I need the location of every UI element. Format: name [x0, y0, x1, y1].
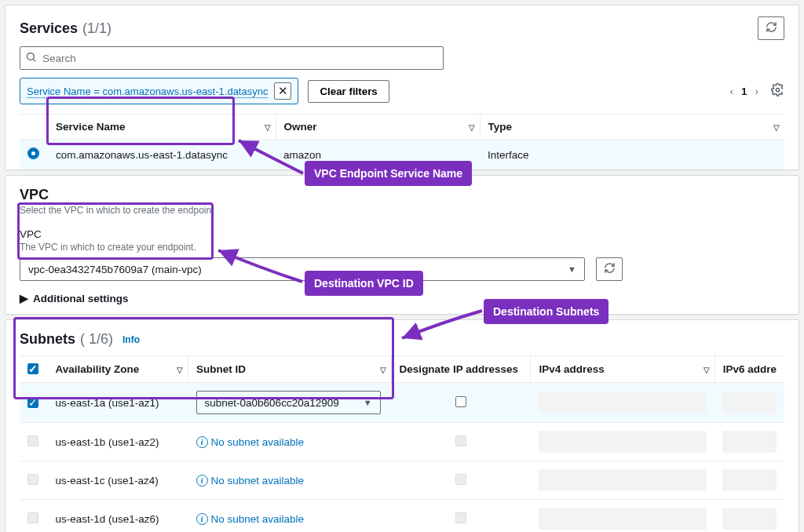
row-checkbox [27, 435, 38, 446]
services-panel: Services (1/1) Service Name = com.amazon… [5, 5, 799, 170]
subnets-title: Subnets ( 1/6) Info [20, 331, 784, 348]
subnet-select[interactable]: subnet-0a0b606cc20a12909▼ [196, 391, 381, 414]
info-icon: i [196, 475, 208, 486]
services-count: (1/1) [82, 20, 111, 37]
annotation-label-subnets: Destination Subnets [484, 299, 608, 324]
services-title: Services (1/1) [20, 20, 111, 37]
cell-subnet: iNo subnet available [188, 500, 392, 533]
subnets-count: ( 1/6) [80, 331, 113, 348]
ipv4-cell [539, 508, 707, 530]
sort-icon[interactable]: ▽ [380, 365, 386, 373]
subnet-row[interactable]: us-east-1d (use1-az6)iNo subnet availabl… [20, 500, 784, 533]
col-designate-ip[interactable]: Designate IP addresses [400, 363, 518, 375]
cell-type: Interface [480, 140, 784, 170]
search-input[interactable] [20, 46, 444, 70]
svg-point-0 [27, 53, 35, 60]
refresh-icon [604, 262, 616, 276]
designate-ip-checkbox[interactable] [455, 396, 466, 407]
no-subnet-label: iNo subnet available [196, 475, 305, 486]
col-type[interactable]: Type [488, 121, 513, 133]
row-checkbox [27, 512, 38, 523]
select-all-checkbox[interactable]: ✓ [27, 363, 38, 374]
cell-az: us-east-1b (use1-az2) [47, 423, 188, 461]
designate-ip-checkbox [455, 512, 466, 523]
col-service-name[interactable]: Service Name [56, 121, 126, 133]
search-wrap [20, 46, 444, 70]
no-subnet-label: iNo subnet available [196, 513, 305, 525]
annotation-label-service: VPC Endpoint Service Name [305, 161, 472, 186]
col-ipv6[interactable]: IPv6 addre [723, 363, 777, 375]
subnet-row[interactable]: us-east-1b (use1-az2)iNo subnet availabl… [20, 423, 784, 461]
vpc-subtitle: Select the VPC in which to create the en… [20, 205, 784, 216]
col-ipv4[interactable]: IPv4 address [539, 363, 604, 375]
vpc-refresh-button[interactable] [596, 257, 623, 281]
sort-icon[interactable]: ▽ [469, 122, 475, 131]
cell-az: us-east-1a (use1-az1) [47, 383, 188, 423]
info-icon: i [196, 436, 208, 448]
vpc-field-sub: The VPC in which to create your endpoint… [20, 242, 784, 253]
row-checkbox[interactable]: ✓ [27, 397, 38, 408]
col-owner[interactable]: Owner [284, 121, 317, 133]
filter-pill: Service Name = com.amazonaws.us-east-1.d… [20, 78, 298, 104]
subnets-info-link[interactable]: Info [122, 334, 140, 345]
subnets-title-text: Subnets [20, 331, 75, 348]
chevron-down-icon: ▼ [568, 264, 576, 274]
ipv6-cell [722, 392, 777, 414]
refresh-icon [766, 21, 777, 35]
settings-gear-icon[interactable] [771, 83, 784, 99]
svg-point-1 [776, 88, 779, 91]
col-az[interactable]: Availability Zone [55, 363, 139, 375]
cell-az: us-east-1d (use1-az6) [47, 500, 188, 533]
info-icon: i [196, 513, 208, 525]
designate-ip-checkbox [455, 474, 466, 485]
additional-settings-label: Additional settings [33, 293, 129, 304]
cell-subnet: iNo subnet available [188, 423, 392, 461]
filter-remove-button[interactable]: ✕ [274, 82, 291, 100]
subnets-panel: Subnets ( 1/6) Info ✓ Availability Zone▽… [5, 319, 799, 532]
vpc-field-label: VPC [20, 228, 784, 240]
next-page-icon[interactable]: › [755, 86, 759, 97]
ipv4-cell [539, 469, 707, 491]
ipv4-cell [539, 392, 707, 414]
ipv6-cell [722, 469, 777, 491]
sort-icon[interactable]: ▽ [704, 365, 710, 373]
ipv6-cell [722, 431, 777, 453]
chevron-down-icon: ▼ [364, 398, 372, 407]
vpc-selected-value: vpc-0ea3432745b7609a7 (main-vpc) [28, 264, 202, 275]
page-number: 1 [741, 86, 747, 97]
refresh-button[interactable] [758, 16, 784, 40]
clear-filters-button[interactable]: Clear filters [308, 80, 389, 103]
cell-subnet: subnet-0a0b606cc20a12909▼ [188, 383, 392, 423]
filter-pill-text[interactable]: Service Name = com.amazonaws.us-east-1.d… [27, 86, 268, 97]
annotation-label-vpc: Destination VPC ID [305, 271, 423, 296]
col-subnet-id[interactable]: Subnet ID [196, 363, 246, 375]
designate-ip-checkbox [455, 435, 466, 446]
pager: ‹ 1 › [729, 83, 784, 99]
caret-right-icon: ▶ [20, 292, 28, 304]
vpc-select[interactable]: vpc-0ea3432745b7609a7 (main-vpc) ▼ [20, 257, 585, 281]
vpc-title: VPC [20, 187, 784, 203]
search-icon [25, 51, 37, 65]
ipv6-cell [722, 508, 777, 530]
subnet-row[interactable]: ✓us-east-1a (use1-az1)subnet-0a0b606cc20… [20, 383, 784, 423]
services-title-text: Services [20, 20, 78, 37]
subnets-table: ✓ Availability Zone▽ Subnet ID▽ Designat… [20, 355, 784, 532]
ipv4-cell [539, 431, 707, 453]
sort-icon[interactable]: ▽ [177, 365, 183, 373]
sort-icon[interactable]: ▽ [773, 122, 780, 131]
subnet-row[interactable]: us-east-1c (use1-az4)iNo subnet availabl… [20, 461, 784, 500]
no-subnet-label: iNo subnet available [196, 436, 305, 448]
cell-az: us-east-1c (use1-az4) [47, 461, 188, 500]
row-radio[interactable] [27, 148, 39, 159]
cell-service-name: com.amazonaws.us-east-1.datasync [48, 140, 276, 170]
prev-page-icon[interactable]: ‹ [729, 86, 733, 97]
sort-icon[interactable]: ▽ [265, 122, 271, 131]
subnet-select-value: subnet-0a0b606cc20a12909 [205, 397, 339, 409]
cell-subnet: iNo subnet available [188, 461, 392, 500]
row-checkbox [27, 474, 38, 485]
